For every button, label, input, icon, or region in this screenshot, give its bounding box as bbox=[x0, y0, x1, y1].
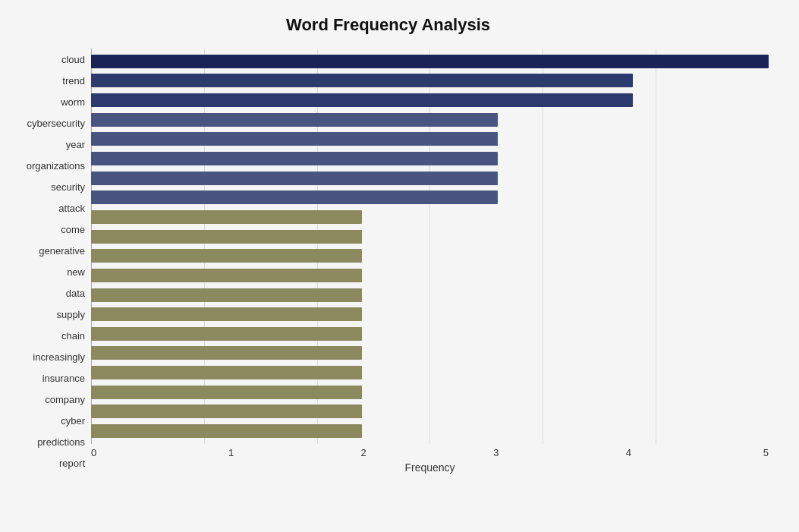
bar-row bbox=[91, 306, 769, 323]
y-label: trend bbox=[62, 76, 85, 86]
bar bbox=[91, 307, 362, 321]
bar bbox=[91, 288, 362, 302]
bar bbox=[91, 346, 362, 360]
bar-row bbox=[91, 209, 769, 225]
x-tick: 5 bbox=[753, 447, 769, 458]
y-label: report bbox=[59, 458, 85, 468]
y-label: organizations bbox=[27, 161, 85, 171]
y-label: supply bbox=[56, 310, 85, 320]
bar bbox=[91, 386, 362, 399]
x-ticks: 012345 bbox=[91, 444, 769, 460]
bar-row bbox=[91, 131, 769, 147]
x-tick: 3 bbox=[489, 447, 504, 458]
y-label: predictions bbox=[37, 437, 85, 447]
bar bbox=[91, 74, 633, 87]
x-axis-label: Frequency bbox=[404, 461, 455, 474]
y-label: cloud bbox=[61, 55, 85, 65]
bar-row bbox=[91, 247, 769, 264]
bar bbox=[91, 230, 362, 244]
y-label: insurance bbox=[42, 373, 85, 383]
y-axis: cloudtrendwormcybersecurityyearorganizat… bbox=[8, 49, 91, 474]
y-label: data bbox=[66, 288, 85, 298]
bars-and-x: 012345 Frequency bbox=[91, 49, 769, 474]
bar-row bbox=[91, 345, 769, 361]
x-tick: 0 bbox=[91, 447, 106, 458]
bar bbox=[91, 190, 498, 204]
x-tick: 1 bbox=[224, 447, 239, 458]
bar bbox=[91, 249, 362, 263]
y-label: cybersecurity bbox=[27, 118, 85, 128]
bar bbox=[91, 327, 362, 341]
bar-row bbox=[91, 384, 769, 401]
bar bbox=[91, 113, 498, 127]
y-label: year bbox=[66, 140, 85, 150]
y-label: worm bbox=[61, 97, 85, 107]
bar bbox=[91, 366, 362, 379]
bar-row bbox=[91, 267, 769, 284]
y-label: new bbox=[67, 267, 85, 277]
bar-row bbox=[91, 72, 769, 89]
y-label: cyber bbox=[61, 416, 85, 426]
y-label: generative bbox=[39, 246, 85, 256]
bar bbox=[91, 210, 362, 224]
x-tick: 4 bbox=[621, 447, 636, 458]
bar bbox=[91, 424, 362, 438]
bar-row bbox=[91, 228, 769, 245]
y-label: come bbox=[61, 225, 85, 235]
y-label: attack bbox=[58, 203, 85, 213]
bar-row bbox=[91, 287, 769, 304]
chart-container: Word Frequency Analysis cloudtrendwormcy… bbox=[0, 0, 799, 532]
bar bbox=[91, 269, 362, 282]
bar bbox=[91, 55, 769, 68]
x-axis: 012345 Frequency bbox=[91, 444, 769, 474]
x-tick: 2 bbox=[356, 447, 371, 458]
bar-row bbox=[91, 189, 769, 206]
bars-area bbox=[91, 49, 769, 444]
bar-row bbox=[91, 92, 769, 109]
bar bbox=[91, 93, 633, 107]
y-label: chain bbox=[61, 331, 85, 341]
bar bbox=[91, 172, 498, 185]
bar bbox=[91, 152, 498, 165]
chart-title: Word Frequency Analysis bbox=[8, 15, 769, 35]
bar-row bbox=[91, 150, 769, 167]
bar-row bbox=[91, 326, 769, 342]
bar bbox=[91, 405, 362, 418]
y-label: increasingly bbox=[33, 352, 85, 362]
bar-row bbox=[91, 53, 769, 70]
y-label: company bbox=[45, 395, 85, 405]
chart-area: cloudtrendwormcybersecurityyearorganizat… bbox=[8, 49, 769, 474]
bars-wrapper bbox=[91, 49, 769, 444]
bar-row bbox=[91, 403, 769, 420]
bar-row bbox=[91, 423, 769, 439]
bar-row bbox=[91, 170, 769, 187]
bar bbox=[91, 132, 498, 146]
bar-row bbox=[91, 112, 769, 128]
bar-row bbox=[91, 364, 769, 381]
y-label: security bbox=[51, 182, 85, 192]
